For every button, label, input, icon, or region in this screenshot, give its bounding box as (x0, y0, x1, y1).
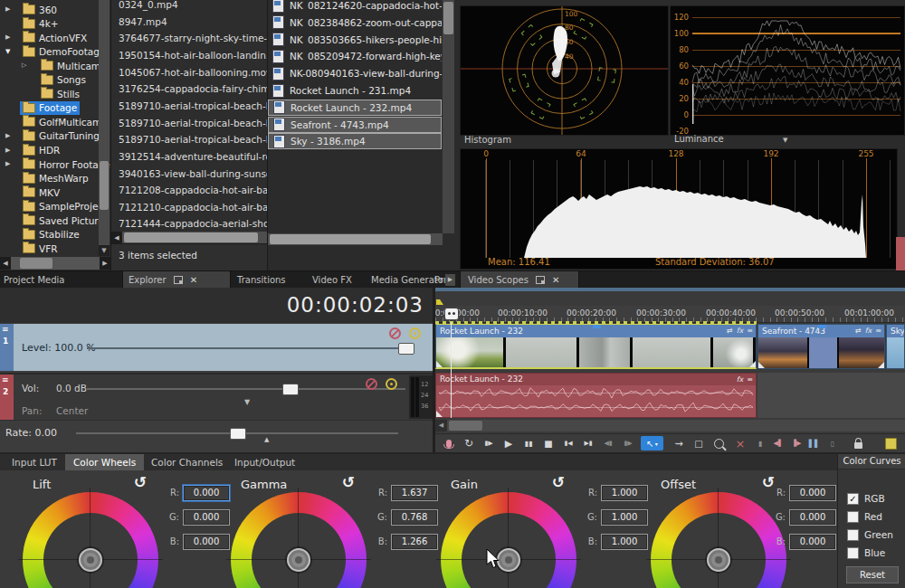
g-value-field[interactable]: 0.000 (789, 509, 836, 526)
file-list-horizontal-scrollbar[interactable]: ◀ (111, 232, 267, 243)
tree-item-row[interactable]: ActionVFX (20, 31, 90, 44)
play-from-start-icon[interactable]: ▮▶ (480, 435, 498, 451)
wheel-puck[interactable] (287, 548, 310, 572)
insert-marker-icon[interactable] (881, 435, 900, 451)
record-microphone-icon[interactable] (440, 435, 458, 451)
mute-icon[interactable] (389, 327, 401, 339)
tree-item-row[interactable]: Stabilize (20, 228, 82, 242)
media-list-item[interactable]: NK_085209472-forward-high-key-aeria... (268, 48, 442, 64)
fade-out-icon[interactable]: ▐▶ (787, 435, 805, 451)
checkbox[interactable] (847, 529, 859, 541)
media-list-item[interactable]: Rocket Launch - 231.mp4 (268, 82, 442, 99)
marker-flag-icon[interactable] (436, 299, 443, 305)
file-list-item[interactable]: 3764677-starry-night-sky-time-l... (111, 30, 268, 46)
solo-icon[interactable] (409, 327, 421, 339)
scroll-left-icon[interactable]: ◀ (435, 420, 447, 432)
tree-expand-icon[interactable]: ▼ (5, 48, 10, 56)
scrollbar-thumb[interactable] (20, 258, 52, 269)
tab-explorer[interactable]: Explorer✕ (122, 271, 231, 289)
mute-icon[interactable] (366, 378, 377, 390)
selection-edit-tool-icon[interactable]: □ (690, 435, 708, 451)
media-list-item[interactable]: NK-080940163-view-ball-during-sunse... (268, 65, 442, 81)
scroll-down-icon[interactable]: ▼ (99, 245, 110, 256)
file-list-item[interactable]: 5189710-aerial-tropical-beach-b... (111, 98, 268, 114)
file-list-item[interactable]: 5189710-aerial-tropical-beach-b... (111, 115, 268, 131)
tree-item-row[interactable]: Multicam (38, 59, 103, 72)
curves-reset-button[interactable]: Reset (846, 566, 899, 583)
tree-expand-icon[interactable]: ▶ (5, 5, 10, 14)
tree-item-row[interactable]: GuitarTuningP (20, 129, 108, 143)
tree-item[interactable]: SampleProject (0, 200, 110, 213)
curve-channel-green[interactable]: Green (847, 528, 893, 541)
tree-item-row[interactable]: 4k+ (20, 17, 62, 31)
audio-clip-rocket-launch[interactable]: Rocket Launch - 232 fx≡ (435, 373, 757, 418)
delete-icon[interactable]: × (731, 435, 749, 451)
media-list-item[interactable]: NK_082124620-cappadocia-hot-air-bal... (268, 0, 442, 14)
scrollbar-thumb[interactable] (270, 234, 431, 244)
tab-color-wheels[interactable]: Color Wheels (65, 454, 144, 470)
hue-ring[interactable] (441, 492, 576, 588)
dock-icon[interactable] (536, 276, 545, 284)
clip-drag-handle[interactable] (593, 325, 601, 328)
file-list-item[interactable]: 7121208-cappadocia-hot-air-bal... (111, 182, 268, 198)
tree-item[interactable]: ▼DemoFootage (0, 45, 110, 59)
tree-item[interactable]: GolfMulticam (0, 115, 110, 128)
level-slider-handle[interactable] (398, 343, 414, 355)
media-list-vertical-scrollbar[interactable] (443, 0, 454, 233)
scrollbar-thumb[interactable] (124, 232, 258, 242)
tree-item-row[interactable]: MKV (20, 185, 62, 199)
checkbox[interactable] (847, 511, 859, 523)
tree-item[interactable]: Footage (0, 101, 110, 115)
normal-edit-tool[interactable]: ↖▾ (641, 436, 663, 450)
checkbox[interactable] (847, 547, 859, 559)
go-to-end-icon[interactable]: ▶▮ (579, 435, 597, 451)
fade-handle[interactable] (878, 362, 884, 368)
scrollbar-thumb[interactable] (449, 421, 482, 431)
tree-item-row[interactable]: Stills (38, 87, 82, 100)
chevron-down-icon[interactable]: ▾ (655, 441, 658, 447)
audio-track-header[interactable]: ≡ 2 Vol: 0.0 dB ▼ Pan: Center 12 24 36 (0, 373, 433, 420)
scrollbar-thumb[interactable] (443, 2, 453, 34)
clip-icons[interactable]: ⇄fx≡ (852, 325, 881, 337)
next-frame-icon[interactable]: ▮▶ (619, 435, 637, 451)
go-to-start-icon[interactable]: ▮◀ (559, 435, 577, 451)
video-clip-seafront[interactable]: Seafront - 4743 ⇄fx≡ (757, 324, 885, 369)
tab-video-scopes[interactable]: Video Scopes✕ (460, 271, 579, 289)
file-list-item[interactable]: 3940163-view-ball-during-sunse... (111, 166, 268, 182)
tree-item[interactable]: ▶ActionVFX (0, 31, 110, 44)
tree-item[interactable]: ▶GuitarTuningP (0, 129, 110, 143)
media-list-item[interactable]: Seafront - 4743.mp4 (268, 117, 442, 133)
tree-item-row[interactable]: VFR (20, 242, 61, 255)
tree-item[interactable]: Songs (0, 73, 110, 87)
tree-expand-icon[interactable]: ▶ (5, 132, 10, 140)
solo-icon[interactable] (386, 378, 397, 390)
b-value-field[interactable]: 0.000 (789, 534, 836, 550)
volume-slider[interactable] (87, 388, 405, 390)
tree-item[interactable]: ▶Horror Footage (0, 157, 110, 171)
tree-item-row[interactable]: GolfMulticam (20, 115, 104, 128)
hue-ring[interactable] (651, 492, 786, 588)
media-list-horizontal-scrollbar[interactable] (268, 233, 443, 245)
curve-channel-rgb[interactable]: ✓RGB (847, 492, 885, 505)
dock-icon[interactable] (174, 276, 183, 284)
tab-input-output[interactable]: Input/Output (226, 454, 303, 470)
loop-playback-icon[interactable]: ↻ (460, 435, 478, 451)
curve-channel-blue[interactable]: Blue (847, 546, 885, 559)
reset-icon[interactable]: ↺ (552, 473, 565, 491)
tree-expand-icon[interactable]: ▷ (22, 62, 26, 70)
tree-item-row[interactable]: HDR (20, 144, 62, 157)
media-list-item[interactable]: NK_082384862-zoom-out-cappadocia-... (268, 14, 442, 31)
tree-expand-icon[interactable]: ▶ (5, 160, 10, 168)
scroll-left-icon[interactable]: ◀ (111, 232, 122, 244)
level-slider[interactable] (87, 347, 405, 349)
rate-slider-handle[interactable] (230, 428, 246, 440)
video-clip-rocket-launch[interactable]: Rocket Launch - 232 ⇄fx≡ (435, 324, 757, 369)
tree-vertical-scrollbar[interactable]: ▼ (99, 0, 110, 256)
tree-item[interactable]: MeshWarp (0, 172, 110, 185)
clip-icons[interactable]: ⇄fx≡ (723, 325, 753, 337)
scrollbar-thumb[interactable] (100, 161, 109, 210)
tree-item[interactable]: ▷Multicam (0, 59, 110, 72)
tree-item[interactable]: Stabilize (0, 228, 110, 242)
pause-icon[interactable]: ▮▮ (519, 435, 538, 451)
curve-channel-red[interactable]: Red (847, 510, 882, 523)
